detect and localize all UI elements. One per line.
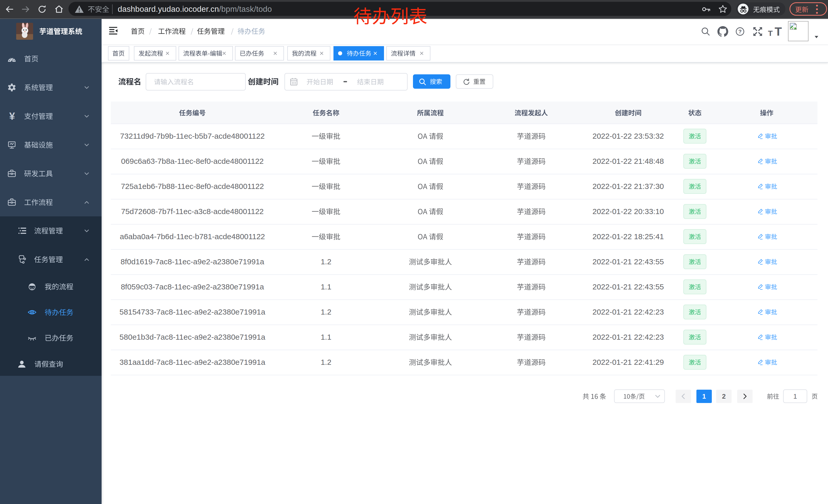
svg-text:?: ? — [739, 29, 742, 34]
